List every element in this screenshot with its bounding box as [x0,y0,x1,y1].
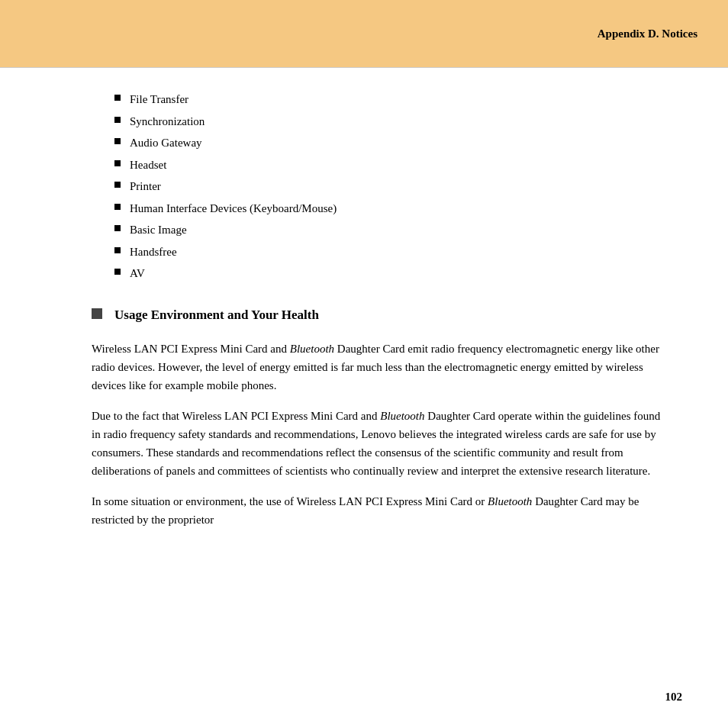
list-item-text: Human Interface Devices (Keyboard/Mouse) [130,200,337,217]
bullet-icon [114,247,121,253]
list-item-text: Headset [130,156,166,174]
bullet-icon [114,95,121,101]
list-item: Basic Image [114,221,667,239]
list-item: Human Interface Devices (Keyboard/Mouse) [114,200,667,217]
bullet-icon [114,182,121,188]
paragraph: Due to the fact that Wireless LAN PCI Ex… [92,407,667,480]
list-item-text: Handsfree [130,243,177,261]
section-heading: Usage Environment and Your Health [114,305,319,325]
paragraph: Wireless LAN PCI Express Mini Card and B… [92,340,667,395]
section-heading-container: Usage Environment and Your Health [92,305,667,325]
list-item-text: Printer [130,178,161,195]
header-title: Appendix D. Notices [598,25,697,43]
list-item-text: File Transfer [130,91,188,108]
main-content: File TransferSynchronizationAudio Gatewa… [0,68,728,572]
list-item: Headset [114,156,667,174]
header-bar: Appendix D. Notices [0,0,728,67]
list-item: Audio Gateway [114,134,667,152]
list-item: Synchronization [114,113,667,130]
bullet-list: File TransferSynchronizationAudio Gatewa… [92,91,667,282]
list-item-text: Basic Image [130,221,187,239]
paragraph: In some situation or environment, the us… [92,492,667,529]
section-square-icon [92,308,102,319]
list-item-text: AV [130,265,145,282]
bullet-icon [114,117,121,123]
page-number: 102 [665,688,683,706]
list-item: File Transfer [114,91,667,108]
paragraphs-container: Wireless LAN PCI Express Mini Card and B… [92,340,667,529]
bullet-icon [114,225,121,231]
bullet-icon [114,269,121,275]
bullet-icon [114,138,121,144]
bullet-icon [114,160,121,166]
list-item: Handsfree [114,243,667,261]
bullet-icon [114,204,121,210]
list-item: AV [114,265,667,282]
list-item-text: Audio Gateway [130,134,202,152]
list-item-text: Synchronization [130,113,205,130]
list-item: Printer [114,178,667,195]
